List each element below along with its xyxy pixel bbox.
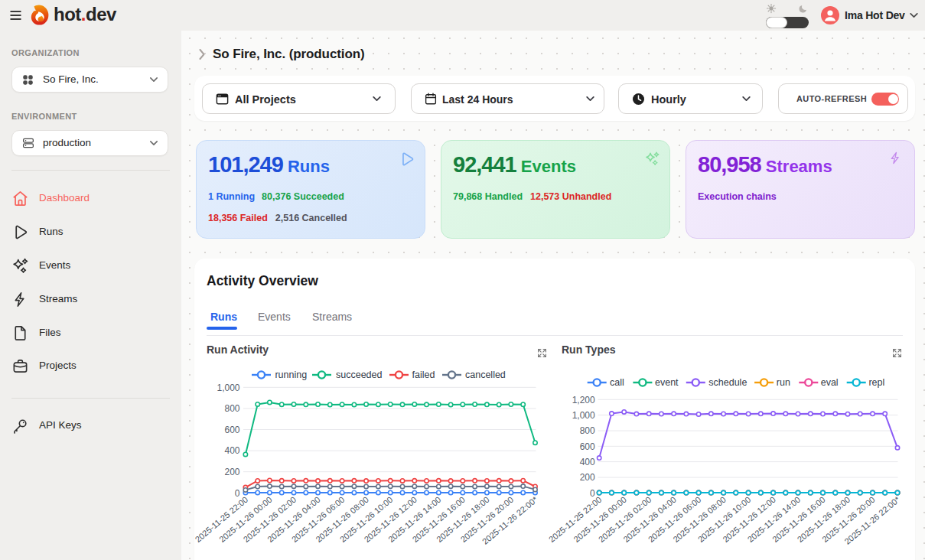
svg-text:600: 600 xyxy=(580,441,595,452)
svg-text:call: call xyxy=(610,377,624,388)
svg-text:200: 200 xyxy=(224,467,239,477)
svg-text:running: running xyxy=(275,370,307,380)
svg-text:cancelled: cancelled xyxy=(465,370,506,380)
svg-text:800: 800 xyxy=(224,403,239,414)
svg-text:600: 600 xyxy=(224,425,239,435)
svg-text:event: event xyxy=(655,377,679,388)
svg-text:400: 400 xyxy=(580,457,595,467)
svg-text:1,000: 1,000 xyxy=(572,410,595,421)
svg-text:schedule: schedule xyxy=(708,377,747,388)
svg-text:0: 0 xyxy=(235,488,240,499)
svg-text:800: 800 xyxy=(580,425,595,436)
svg-text:200: 200 xyxy=(580,472,595,483)
svg-text:repl: repl xyxy=(868,377,884,388)
svg-text:1,000: 1,000 xyxy=(217,383,239,393)
svg-text:400: 400 xyxy=(224,445,239,456)
svg-text:run: run xyxy=(777,377,790,388)
svg-text:failed: failed xyxy=(412,370,435,380)
svg-text:succeeded: succeeded xyxy=(336,370,383,380)
svg-text:eval: eval xyxy=(821,377,839,388)
svg-text:1,200: 1,200 xyxy=(572,395,595,405)
